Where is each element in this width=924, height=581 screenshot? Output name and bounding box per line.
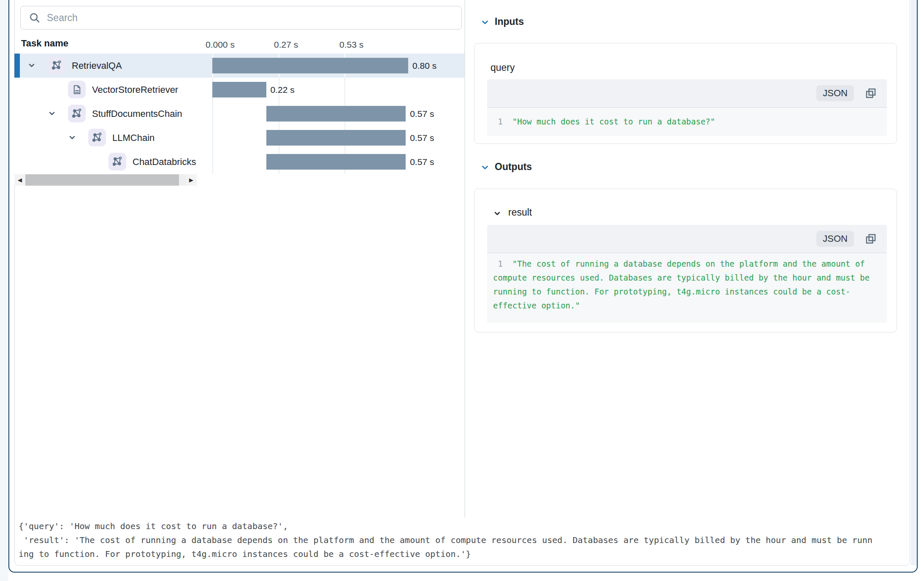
expand-chevron-icon[interactable]: [68, 133, 76, 142]
span-tree-cell: ChatDatabricks: [14, 150, 197, 174]
panel-divider: [464, 0, 465, 518]
page-left-gutter: [0, 0, 8, 581]
query-field-label: query: [490, 62, 515, 73]
chain-icon: [108, 153, 126, 170]
timeline-gridline: [212, 126, 213, 150]
axis-tick-1: 0.27 s: [274, 40, 298, 50]
horizontal-scrollbar[interactable]: ◀ ▶: [14, 174, 197, 186]
span-tree-cell: LLMChain: [14, 126, 197, 150]
outputs-section-title[interactable]: Outputs: [495, 161, 532, 173]
inputs-section-title[interactable]: Inputs: [495, 16, 524, 27]
duration-bar[interactable]: [266, 106, 406, 122]
duration-bar[interactable]: [266, 130, 406, 146]
duration-label: 0.80 s: [412, 54, 436, 78]
duration-bar[interactable]: [212, 82, 266, 97]
result-code-text: 1 "The cost of running a database depend…: [493, 257, 870, 313]
page-right-gutter: [911, 0, 917, 565]
span-tree-cell: StuffDocumentsChain: [14, 102, 197, 126]
document-icon: [68, 81, 86, 98]
timeline-gridline: [212, 102, 213, 126]
outputs-collapse-chevron-icon[interactable]: [480, 163, 490, 174]
span-tree-row-VectorStoreRetriever[interactable]: VectorStoreRetriever 0.22 s: [14, 78, 464, 102]
result-code-block: JSON 1 "The cost of running a database d…: [487, 225, 887, 323]
search-input[interactable]: [47, 12, 454, 24]
axis-tick-2: 0.53 s: [339, 40, 363, 50]
scrollbar-track[interactable]: [25, 174, 186, 186]
copy-icon[interactable]: [864, 232, 878, 246]
duration-bar[interactable]: [212, 58, 408, 73]
query-code-text: 1 "How much does it cost to run a databa…: [493, 115, 715, 129]
chain-icon: [48, 57, 65, 74]
input-query-card: query JSON 1 "How much does it cost to r…: [474, 43, 897, 144]
copy-icon[interactable]: [864, 86, 878, 100]
search-icon: [28, 11, 41, 24]
scroll-right-button[interactable]: ▶: [186, 174, 197, 186]
notebook-cell-output: Task name 0.000 s 0.27 s 0.53 s Retrieva…: [0, 0, 924, 581]
span-tree-row-RetrievalQA[interactable]: RetrievalQA 0.80 s: [14, 54, 464, 78]
duration-label: 0.57 s: [410, 150, 434, 174]
result-code-toolbar: JSON: [487, 225, 887, 253]
search-box[interactable]: [20, 6, 462, 30]
span-tree-cell: VectorStoreRetriever: [14, 78, 197, 102]
span-name-label: LLMChain: [112, 126, 154, 150]
span-name-label: RetrievalQA: [72, 54, 122, 78]
expand-chevron-icon[interactable]: [48, 109, 56, 118]
span-tree-cell: RetrievalQA: [14, 54, 197, 78]
chain-icon: [68, 105, 86, 122]
span-tree-row-StuffDocumentsChain[interactable]: StuffDocumentsChain 0.57 s: [14, 102, 464, 126]
output-result-card: result JSON 1 "The cost of running a dat…: [474, 189, 897, 332]
timeline-gridline: [344, 78, 345, 102]
result-field-label[interactable]: result: [508, 207, 532, 218]
result-code-body: 1 "The cost of running a database depend…: [487, 253, 887, 323]
duration-label: 0.22 s: [271, 78, 295, 102]
expand-chevron-icon[interactable]: [27, 61, 36, 70]
chain-icon: [88, 129, 106, 146]
console-output: {'query': 'How much does it cost to run …: [19, 519, 905, 561]
scrollbar-thumb[interactable]: [25, 174, 179, 186]
duration-label: 0.57 s: [410, 102, 434, 126]
duration-label: 0.57 s: [410, 126, 434, 150]
result-collapse-chevron-icon[interactable]: [493, 209, 501, 219]
axis-tick-0: 0.000 s: [206, 40, 235, 50]
selected-row-accent: [14, 54, 20, 78]
span-name-label: StuffDocumentsChain: [92, 102, 182, 126]
timeline-gridline: [212, 150, 213, 174]
span-tree-row-LLMChain[interactable]: LLMChain 0.57 s: [14, 126, 464, 150]
duration-bar[interactable]: [266, 154, 406, 170]
span-name-label: VectorStoreRetriever: [92, 78, 178, 102]
span-tree-rows: RetrievalQA 0.80 s VectorStoreRetriever …: [14, 54, 464, 174]
query-code-toolbar: JSON: [487, 79, 887, 108]
json-format-badge[interactable]: JSON: [816, 85, 854, 101]
inputs-collapse-chevron-icon[interactable]: [480, 18, 490, 29]
json-format-badge[interactable]: JSON: [816, 231, 854, 247]
query-code-body: 1 "How much does it cost to run a databa…: [487, 108, 887, 136]
span-name-label: ChatDatabricks: [133, 150, 196, 174]
query-code-block: JSON 1 "How much does it cost to run a d…: [487, 79, 887, 136]
span-tree-row-ChatDatabricks[interactable]: ChatDatabricks 0.57 s: [14, 150, 464, 174]
task-name-column-header: Task name: [21, 38, 68, 49]
scroll-left-button[interactable]: ◀: [14, 174, 25, 186]
